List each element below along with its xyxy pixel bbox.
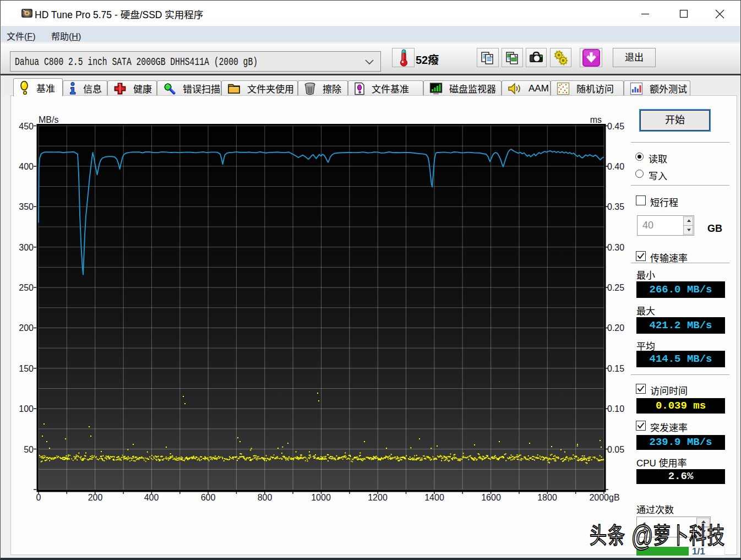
- svg-text:400: 400: [19, 162, 34, 171]
- svg-text:250: 250: [19, 283, 34, 292]
- svg-text:ms: ms: [590, 115, 602, 124]
- svg-text:200: 200: [19, 323, 34, 333]
- svg-text:1600: 1600: [481, 493, 501, 502]
- svg-text:0.05: 0.05: [607, 445, 624, 454]
- svg-text:0.25: 0.25: [607, 283, 624, 292]
- svg-text:800: 800: [258, 493, 273, 502]
- svg-text:0.30: 0.30: [607, 243, 624, 252]
- svg-text:0.10: 0.10: [607, 404, 624, 414]
- svg-text:1800: 1800: [537, 493, 557, 502]
- svg-text:200: 200: [88, 493, 103, 502]
- svg-text:300: 300: [19, 243, 34, 252]
- svg-text:600: 600: [201, 493, 216, 502]
- svg-text:0.45: 0.45: [607, 122, 624, 131]
- svg-text:150: 150: [19, 364, 34, 373]
- svg-text:2000gB: 2000gB: [589, 493, 619, 502]
- svg-text:50: 50: [24, 445, 34, 454]
- svg-text:0.20: 0.20: [607, 323, 624, 333]
- svg-text:100: 100: [19, 404, 34, 414]
- svg-text:350: 350: [19, 202, 34, 211]
- svg-text:MB/s: MB/s: [39, 115, 58, 124]
- svg-text:1200: 1200: [368, 493, 388, 502]
- svg-text:1000: 1000: [311, 493, 331, 502]
- svg-text:0.40: 0.40: [607, 162, 624, 171]
- svg-text:1400: 1400: [424, 493, 444, 502]
- svg-text:450: 450: [19, 122, 34, 131]
- svg-text:400: 400: [144, 493, 159, 502]
- svg-text:0: 0: [36, 493, 41, 502]
- svg-text:0.35: 0.35: [607, 202, 624, 211]
- svg-text:0.15: 0.15: [607, 364, 624, 373]
